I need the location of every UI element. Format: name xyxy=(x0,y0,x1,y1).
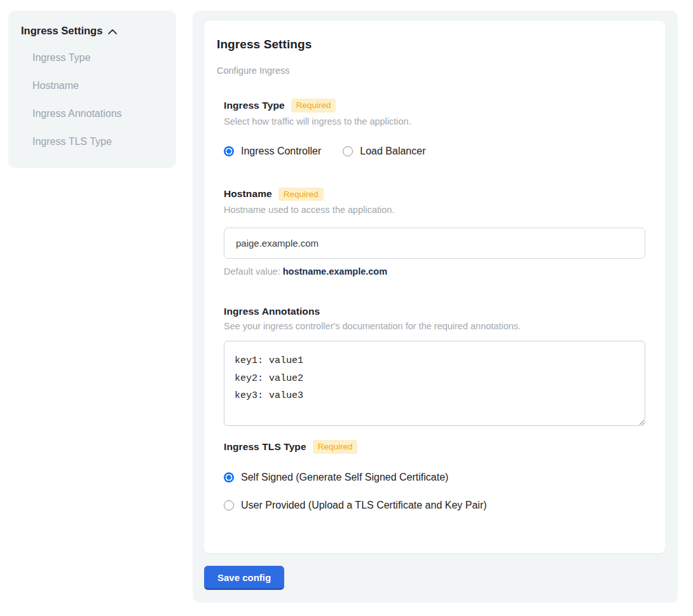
sidebar-header-label: Ingress Settings xyxy=(21,25,102,37)
default-value-text: hostname.example.com xyxy=(283,266,387,277)
hostname-default-hint: Default value: hostname.example.com xyxy=(224,266,645,277)
radio-unselected-icon[interactable] xyxy=(343,146,353,156)
chevron-up-icon xyxy=(108,29,117,34)
radio-unselected-icon[interactable] xyxy=(224,500,234,510)
sidebar-item-ingress-tls-type[interactable]: Ingress TLS Type xyxy=(32,136,163,147)
tls-type-radio-group: Self Signed (Generate Self Signed Certif… xyxy=(224,472,645,511)
ingress-annotations-label: Ingress Annotations xyxy=(224,306,320,317)
default-value-prefix: Default value: xyxy=(224,266,283,277)
section-hostname: Hostname Required Hostname used to acces… xyxy=(224,188,645,277)
radio-option-ingress-controller[interactable]: Ingress Controller xyxy=(224,146,321,157)
radio-label[interactable]: Ingress Controller xyxy=(241,146,321,157)
hostname-label: Hostname xyxy=(224,188,272,200)
section-ingress-annotations: Ingress Annotations See your ingress con… xyxy=(224,306,645,426)
sidebar-item-list: Ingress Type Hostname Ingress Annotation… xyxy=(32,52,163,147)
section-ingress-tls-type: Ingress TLS Type Required Self Signed (G… xyxy=(224,440,645,511)
sidebar-item-ingress-annotations[interactable]: Ingress Annotations xyxy=(32,108,163,120)
ingress-type-description: Select how traffic will ingress to the a… xyxy=(224,116,645,127)
radio-label[interactable]: User Provided (Upload a TLS Certificate … xyxy=(241,500,487,511)
ingress-annotations-description: See your ingress controller's documentat… xyxy=(224,321,645,331)
section-ingress-type: Ingress Type Required Select how traffic… xyxy=(224,99,645,157)
radio-option-self-signed[interactable]: Self Signed (Generate Self Signed Certif… xyxy=(224,472,645,483)
ingress-form: Ingress Type Required Select how traffic… xyxy=(224,99,645,511)
ingress-tls-type-label: Ingress TLS Type xyxy=(224,441,306,453)
ingress-type-label: Ingress Type xyxy=(224,100,285,111)
page-title: Ingress Settings xyxy=(217,38,645,51)
radio-selected-icon[interactable] xyxy=(224,146,234,156)
required-badge: Required xyxy=(291,99,336,113)
radio-selected-icon[interactable] xyxy=(224,472,234,483)
settings-sidebar: Ingress Settings Ingress Type Hostname I… xyxy=(8,11,176,168)
ingress-settings-panel: Ingress Settings Configure Ingress Ingre… xyxy=(193,11,678,603)
page-subtitle: Configure Ingress xyxy=(217,65,645,76)
hostname-input[interactable] xyxy=(224,228,645,259)
radio-option-user-provided[interactable]: User Provided (Upload a TLS Certificate … xyxy=(224,500,645,511)
radio-label[interactable]: Self Signed (Generate Self Signed Certif… xyxy=(241,472,448,483)
ingress-annotations-textarea[interactable]: key1: value1 key2: value2 key3: value3 xyxy=(224,341,645,426)
required-badge: Required xyxy=(313,440,358,454)
sidebar-item-hostname[interactable]: Hostname xyxy=(32,80,163,92)
save-config-button[interactable]: Save config xyxy=(204,566,284,590)
sidebar-item-ingress-type[interactable]: Ingress Type xyxy=(32,52,163,64)
required-badge: Required xyxy=(278,188,324,202)
radio-label[interactable]: Load Balancer xyxy=(360,146,425,157)
radio-option-load-balancer[interactable]: Load Balancer xyxy=(343,146,425,157)
sidebar-header-ingress-settings[interactable]: Ingress Settings xyxy=(21,25,163,37)
hostname-description: Hostname used to access the application. xyxy=(224,205,645,215)
ingress-type-radio-group: Ingress Controller Load Balancer xyxy=(224,146,645,157)
ingress-settings-card: Ingress Settings Configure Ingress Ingre… xyxy=(204,21,665,553)
